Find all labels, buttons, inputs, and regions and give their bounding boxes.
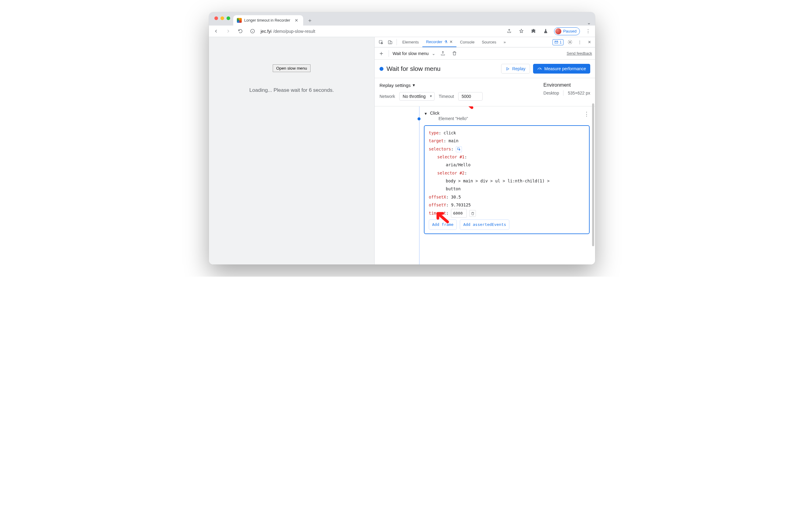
step-timeout-input[interactable]: 6000 xyxy=(451,209,467,218)
recording-selector[interactable]: Wait for slow menu ⌄ xyxy=(393,51,435,56)
tab-title: Longer timeout in Recorder xyxy=(244,18,290,22)
more-tabs-icon[interactable]: » xyxy=(500,37,509,47)
tab-sources[interactable]: Sources xyxy=(478,37,500,47)
tab-recorder[interactable]: Recorder ⚗︎ ✕ xyxy=(423,37,456,47)
step-details: type: click target: main selectors: sele… xyxy=(424,125,590,234)
chevron-down-icon[interactable]: ⌄ xyxy=(587,17,595,25)
site-info-icon[interactable] xyxy=(248,27,256,35)
flask-badge-icon: ⚗︎ xyxy=(444,40,448,44)
replay-settings-title[interactable]: Replay settings ▾ xyxy=(379,82,483,88)
environment-viewport: 535×622 px xyxy=(568,91,590,95)
pick-selector-icon[interactable] xyxy=(456,146,462,152)
inspect-element-icon[interactable] xyxy=(376,37,386,47)
kebab-icon[interactable]: ⋮ xyxy=(576,39,583,45)
close-devtools-icon[interactable]: ✕ xyxy=(586,39,593,45)
devtools-panel: Elements Recorder ⚗︎ ✕ Console Sources »… xyxy=(375,37,595,265)
kebab-menu-icon[interactable]: ⋮ xyxy=(584,27,592,35)
browser-toolbar: jec.fyi/demo/pup-slow-result Paused ⋮ xyxy=(209,25,595,37)
timeline-rail xyxy=(419,107,419,265)
browser-window: Longer timeout in Recorder ✕ ＋ ⌄ jec.fyi… xyxy=(209,12,595,265)
chevron-down-icon: ⌄ xyxy=(432,51,435,56)
loading-text: Loading... Please wait for 6 seconds. xyxy=(249,87,334,93)
bookmark-icon[interactable] xyxy=(518,27,525,35)
minimize-window-icon[interactable] xyxy=(221,16,224,20)
environment-device: Desktop xyxy=(543,91,559,95)
step-kebab-icon[interactable]: ⋮ xyxy=(584,111,590,117)
content-split: Open slow menu Loading... Please wait fo… xyxy=(209,37,595,265)
profile-label: Paused xyxy=(563,29,577,34)
url-host: jec.fyi xyxy=(261,29,272,34)
open-slow-menu-button[interactable]: Open slow menu xyxy=(273,64,310,72)
caret-down-icon: ▼ xyxy=(424,112,428,116)
recording-header: Wait for slow menu Replay Measure perfor… xyxy=(375,60,595,78)
issues-chip[interactable]: 1 xyxy=(553,39,563,45)
browser-tab[interactable]: Longer timeout in Recorder ✕ xyxy=(233,15,303,25)
add-asserted-events-button[interactable]: Add assertedEvents xyxy=(460,220,509,229)
trash-icon[interactable] xyxy=(451,50,459,57)
export-icon[interactable] xyxy=(439,50,447,57)
page-viewport: Open slow menu Loading... Please wait fo… xyxy=(209,37,375,265)
network-throttling-select[interactable]: No throttling xyxy=(399,92,434,101)
replay-button[interactable]: Replay xyxy=(501,64,530,74)
devtools-tabs: Elements Recorder ⚗︎ ✕ Console Sources »… xyxy=(375,37,595,48)
delete-timeout-icon[interactable] xyxy=(469,210,476,217)
recording-dot-icon xyxy=(379,67,384,71)
gear-icon[interactable] xyxy=(566,39,573,45)
device-toolbar-icon[interactable] xyxy=(386,37,395,47)
url-path: /demo/pup-slow-result xyxy=(273,29,315,34)
timeout-input[interactable]: 5000 xyxy=(458,92,483,101)
close-tab-icon[interactable]: ✕ xyxy=(294,18,300,23)
svg-rect-3 xyxy=(390,41,392,44)
replay-settings: Replay settings ▾ Network No throttling … xyxy=(375,78,595,107)
avatar xyxy=(555,28,561,34)
window-controls xyxy=(214,16,230,20)
fullscreen-window-icon[interactable] xyxy=(227,16,230,20)
flask-icon[interactable] xyxy=(542,27,550,35)
recording-title: Wait for slow menu xyxy=(387,65,441,72)
forward-button[interactable] xyxy=(224,27,232,35)
tab-console[interactable]: Console xyxy=(456,37,478,47)
step-name: Click xyxy=(430,111,468,115)
caret-down-icon: ▾ xyxy=(413,82,415,88)
profile-chip[interactable]: Paused xyxy=(554,27,580,35)
reload-button[interactable] xyxy=(236,27,244,35)
new-tab-button[interactable]: ＋ xyxy=(305,16,314,25)
step-header[interactable]: ▼ Click Element "Hello" ⋮ xyxy=(424,111,590,121)
tab-elements[interactable]: Elements xyxy=(399,37,423,47)
address-bar[interactable]: jec.fyi/demo/pup-slow-result xyxy=(261,29,315,34)
back-button[interactable] xyxy=(212,27,220,35)
close-panel-icon[interactable]: ✕ xyxy=(449,39,453,44)
send-feedback-link[interactable]: Send feedback xyxy=(567,51,592,56)
new-recording-button[interactable]: ＋ xyxy=(378,49,385,57)
steps-list: ▼ Click Element "Hello" ⋮ type: click ta… xyxy=(375,107,595,265)
recorder-toolbar: ＋ Wait for slow menu ⌄ Send feedback xyxy=(375,48,595,60)
timeout-label: Timeout xyxy=(439,94,454,99)
close-window-icon[interactable] xyxy=(214,16,218,20)
extensions-icon[interactable] xyxy=(530,27,538,35)
svg-point-4 xyxy=(569,41,571,42)
network-label: Network xyxy=(379,94,395,99)
environment-info: Environment Desktop 535×622 px xyxy=(543,82,590,96)
add-frame-button[interactable]: Add frame xyxy=(429,220,457,229)
environment-title: Environment xyxy=(543,82,590,88)
tab-strip: Longer timeout in Recorder ✕ ＋ ⌄ xyxy=(209,12,595,25)
favicon-icon xyxy=(237,18,242,23)
share-icon[interactable] xyxy=(505,27,513,35)
step-subtitle: Element "Hello" xyxy=(438,116,468,121)
measure-performance-button[interactable]: Measure performance xyxy=(533,64,590,74)
timeline-dot-icon xyxy=(417,117,420,120)
